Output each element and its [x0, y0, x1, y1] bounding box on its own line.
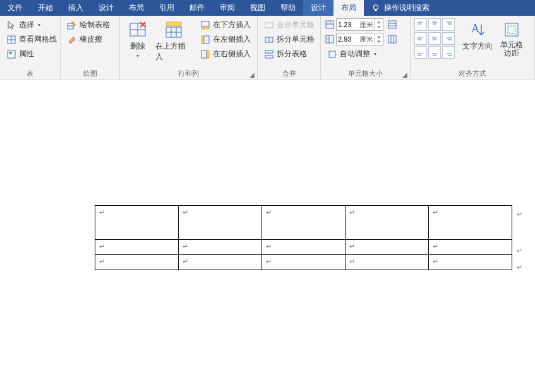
group-alignment-label: 对齐方式 — [411, 68, 534, 80]
select-button[interactable]: 选择 ▾ — [4, 18, 59, 32]
page[interactable]: ↵ ↵ ↵ ↵ ↵ ↵ ↵ ↵ ↵ ↵ ↵ ↵ ↵ ↵ ↵ ↵ ↵ ↵ — [0, 80, 535, 392]
svg-rect-6 — [9, 52, 12, 54]
table-cell[interactable]: ↵ — [429, 206, 512, 240]
view-gridlines-button[interactable]: 查看网格线 — [4, 33, 59, 46]
group-merge: 合并单元格 拆分单元格 拆分表格 合并 — [258, 16, 321, 80]
cell-margins-button[interactable]: 单元格 边距 — [496, 18, 527, 59]
svg-rect-18 — [201, 27, 209, 29]
table-cell[interactable]: ↵ — [179, 240, 262, 255]
table-row[interactable]: ↵ ↵ ↵ ↵ ↵ — [95, 240, 512, 255]
table-cell[interactable]: ↵ — [179, 206, 262, 240]
row-height-input[interactable]: 厘米 ▲▼ — [336, 18, 383, 31]
table-cell[interactable]: ↵ — [262, 240, 346, 255]
delete-label: 删除 — [130, 41, 145, 52]
table-cell[interactable]: ↵ — [262, 206, 346, 240]
menu-table-design[interactable]: 设计 — [303, 0, 334, 16]
table-cell[interactable]: ↵ — [429, 255, 512, 270]
end-of-row-mark-icon: ↵ — [517, 210, 522, 218]
menu-insert[interactable]: 插入 — [61, 0, 91, 16]
autofit-button[interactable]: 自动调整 ▾ — [325, 47, 397, 61]
spin-down-icon[interactable]: ▼ — [375, 39, 383, 44]
menu-help[interactable]: 帮助 — [273, 0, 303, 16]
menu-layout[interactable]: 布局 — [121, 0, 152, 16]
svg-rect-5 — [8, 50, 15, 58]
menu-mailings[interactable]: 邮件 — [182, 0, 212, 16]
menu-home[interactable]: 开始 — [30, 0, 61, 16]
align-middle-left[interactable] — [414, 32, 427, 45]
table-cell[interactable]: ↵ — [346, 206, 429, 240]
eraser-button[interactable]: 橡皮擦 — [64, 33, 112, 46]
text-direction-button[interactable]: A 文字方向 — [459, 18, 496, 53]
distribute-cols-icon[interactable] — [387, 34, 397, 44]
table-cell[interactable]: ↵ — [179, 255, 262, 270]
paragraph-mark-icon: ↵ — [99, 258, 105, 265]
col-width-field[interactable] — [337, 35, 359, 43]
row-height-icon — [325, 20, 335, 30]
table-row[interactable]: ↵ ↵ ↵ ↵ ↵ — [95, 206, 512, 240]
menu-references[interactable]: 引用 — [152, 0, 182, 16]
align-bottom-right[interactable] — [442, 46, 455, 59]
menu-view[interactable]: 视图 — [243, 0, 273, 16]
menu-review[interactable]: 审阅 — [212, 0, 243, 16]
insert-below-button[interactable]: 在下方插入 — [198, 18, 253, 32]
align-middle-center[interactable] — [428, 32, 441, 45]
split-table-button[interactable]: 拆分表格 — [261, 47, 317, 61]
table-cell[interactable]: ↵ — [429, 240, 512, 255]
unit-label: 厘米 — [359, 20, 375, 30]
group-draw: 绘制表格 橡皮擦 绘图 — [61, 16, 120, 80]
menu-design[interactable]: 设计 — [91, 0, 121, 16]
tell-me-search[interactable]: 操作说明搜索 — [364, 0, 437, 16]
spin-up-icon[interactable]: ▲ — [375, 20, 383, 25]
group-rows-cols: 删除 ▾ 在上方插入 在下方插入 在左侧插入 在右侧插入 — [120, 16, 258, 80]
align-top-left[interactable] — [414, 18, 427, 31]
col-width-icon — [325, 34, 335, 44]
paragraph-mark-icon: ↵ — [266, 208, 272, 216]
insert-right-label: 在右侧插入 — [213, 49, 251, 59]
svg-rect-21 — [201, 50, 207, 58]
group-table-label: 表 — [0, 68, 60, 80]
delete-button[interactable]: 删除 ▾ — [124, 18, 152, 60]
table-row[interactable]: ↵ ↵ ↵ ↵ ↵ — [95, 255, 512, 270]
col-width-input[interactable]: 厘米 ▲▼ — [336, 33, 383, 45]
text-direction-icon: A — [467, 20, 488, 40]
properties-icon — [6, 49, 16, 59]
pencil-table-icon — [67, 20, 77, 30]
split-cells-button[interactable]: 拆分单元格 — [261, 33, 317, 46]
paragraph-mark-icon: ↵ — [99, 208, 105, 216]
insert-left-button[interactable]: 在左侧插入 — [198, 33, 253, 46]
align-top-center[interactable] — [428, 18, 441, 31]
menu-table-layout[interactable]: 布局 — [334, 0, 364, 16]
menu-file[interactable]: 文件 — [0, 0, 30, 16]
insert-above-icon — [164, 20, 184, 40]
spin-down-icon[interactable]: ▼ — [375, 25, 383, 30]
insert-right-button[interactable]: 在右侧插入 — [198, 47, 253, 61]
distribute-rows-icon[interactable] — [387, 20, 397, 30]
merge-cells-button[interactable]: 合并单元格 — [261, 18, 317, 32]
chevron-down-icon: ▾ — [136, 53, 139, 59]
document-area[interactable]: ↵ ↵ ↵ ↵ ↵ ↵ ↵ ↵ ↵ ↵ ↵ ↵ ↵ ↵ ↵ ↵ ↵ ↵ — [0, 80, 535, 392]
table-cell[interactable]: ↵ — [262, 255, 346, 270]
dialog-launcher-icon[interactable]: ◢ — [249, 71, 255, 78]
table-cell[interactable]: ↵ — [95, 255, 179, 270]
table-cell[interactable]: ↵ — [95, 206, 179, 240]
row-height-field[interactable] — [337, 21, 359, 28]
align-bottom-left[interactable] — [414, 46, 427, 59]
align-top-right[interactable] — [442, 18, 455, 31]
split-table-label: 拆分表格 — [277, 49, 307, 59]
draw-table-label: 绘制表格 — [80, 20, 110, 30]
table-cell[interactable]: ↵ — [346, 255, 429, 270]
insert-above-button[interactable]: 在上方插入 — [152, 18, 195, 64]
align-bottom-center[interactable] — [428, 46, 441, 59]
spin-up-icon[interactable]: ▲ — [375, 34, 383, 39]
table-cell[interactable]: ↵ — [95, 240, 179, 255]
align-middle-right[interactable] — [442, 32, 455, 45]
table-cell[interactable]: ↵ — [346, 240, 429, 255]
merge-cells-label: 合并单元格 — [277, 20, 315, 30]
menubar: 文件 开始 插入 设计 布局 引用 邮件 审阅 视图 帮助 设计 布局 操作说明… — [0, 0, 535, 16]
svg-rect-22 — [207, 50, 209, 58]
properties-label: 属性 — [19, 49, 34, 59]
properties-button[interactable]: 属性 — [4, 47, 59, 61]
dialog-launcher-icon[interactable]: ◢ — [402, 71, 407, 78]
document-table[interactable]: ↵ ↵ ↵ ↵ ↵ ↵ ↵ ↵ ↵ ↵ ↵ ↵ ↵ ↵ ↵ — [95, 205, 512, 270]
draw-table-button[interactable]: 绘制表格 — [64, 18, 112, 32]
